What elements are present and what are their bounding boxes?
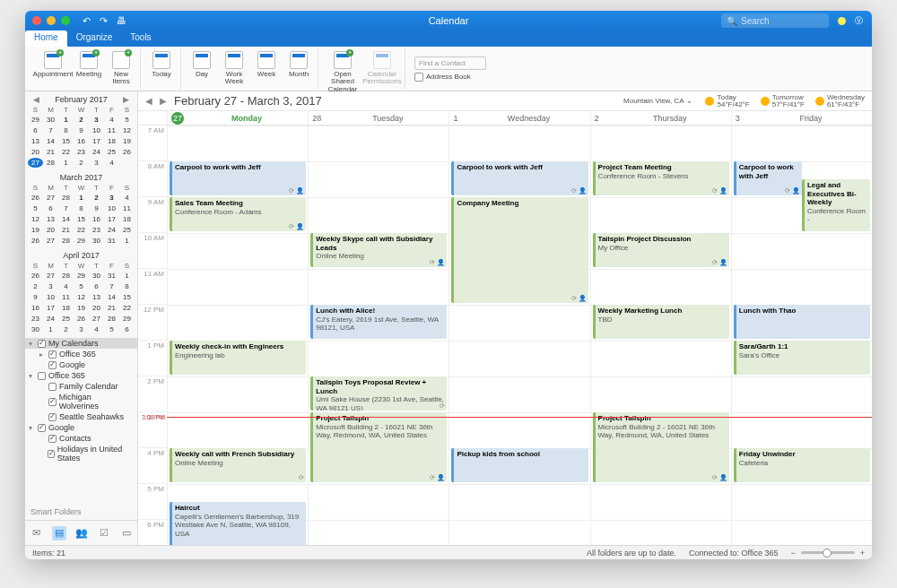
- tab-organize[interactable]: Organize: [67, 30, 122, 47]
- week-view-button[interactable]: Week: [251, 48, 282, 79]
- calendar-event[interactable]: Carpool to work with Jeff⟳👤: [734, 161, 802, 195]
- day-column[interactable]: Weekly Skype call with Subsidiary LeadsO…: [308, 125, 448, 545]
- next-month-button[interactable]: ▶: [121, 95, 131, 104]
- calendar-event[interactable]: Project TailspinMicrosoft Building 2 - 1…: [593, 412, 729, 482]
- appointment-button[interactable]: +Appointment: [34, 48, 72, 79]
- mail-view-icon[interactable]: ✉: [30, 526, 44, 540]
- day-header[interactable]: 1Wednesday: [448, 111, 589, 125]
- checkbox[interactable]: [48, 435, 57, 443]
- connection-status-label: Connected to: Office 365: [689, 549, 778, 558]
- notes-view-icon[interactable]: ▭: [119, 526, 134, 540]
- calendar-event[interactable]: Friday UnwinderCafeteria: [734, 448, 870, 482]
- calendar-view-icon[interactable]: ▤: [52, 526, 66, 540]
- notification-indicator[interactable]: [838, 17, 846, 25]
- tasks-view-icon[interactable]: ☑: [97, 526, 111, 540]
- checkbox[interactable]: [38, 372, 46, 380]
- mini-calendar[interactable]: ◀February 2017▶SMTWTFS293012345678910111…: [25, 91, 137, 169]
- day-view-button[interactable]: Day: [187, 48, 217, 79]
- day-column[interactable]: Carpool to work with Jeff⟳👤Company Meeti…: [448, 125, 589, 545]
- checkbox[interactable]: [48, 383, 57, 391]
- find-contact-input[interactable]: Find a Contact: [414, 56, 486, 70]
- checkbox[interactable]: [48, 450, 55, 458]
- day-column[interactable]: Carpool to work with Jeff⟳👤Sales Team Me…: [167, 125, 308, 545]
- search-input[interactable]: 🔍 Search: [721, 13, 829, 28]
- prev-month-button[interactable]: ◀: [31, 95, 41, 104]
- calendar-event[interactable]: Carpool to work with Jeff⟳👤: [170, 161, 306, 195]
- calendar-tree-item[interactable]: Contacts: [25, 433, 137, 444]
- calendar-event[interactable]: Sales Team MeetingConference Room - Adam…: [170, 197, 306, 231]
- calendar-event[interactable]: Weekly Marketing LunchTBD: [593, 305, 729, 339]
- checkbox[interactable]: [38, 424, 46, 432]
- calendar-tree-item[interactable]: ▾Google: [25, 422, 137, 433]
- event-badge-icon: 👤: [579, 187, 587, 195]
- calendar-tree-item[interactable]: ▾My Calendars: [25, 338, 137, 349]
- day-header[interactable]: 27Monday: [167, 111, 308, 125]
- people-view-icon[interactable]: 👥: [74, 526, 89, 540]
- calendar-event[interactable]: Tailspin Project DiscussionMy Office⟳👤: [593, 233, 729, 267]
- month-view-button[interactable]: Month: [283, 48, 314, 79]
- chevron-down-icon[interactable]: ⓥ: [855, 15, 863, 27]
- calendar-event[interactable]: Weekly call with French SubsidiaryOnline…: [170, 448, 306, 482]
- calendar-event[interactable]: Carpool to work with Jeff⟳👤: [451, 161, 588, 195]
- checkbox[interactable]: [48, 413, 57, 421]
- day-header[interactable]: 28Tuesday: [308, 111, 448, 125]
- address-book-button[interactable]: Address Book: [414, 73, 486, 82]
- day-column[interactable]: Project Team MeetingConference Room - St…: [590, 125, 731, 545]
- tab-home[interactable]: Home: [25, 30, 67, 47]
- open-shared-calendar-button[interactable]: +Open Shared Calendar: [324, 48, 361, 94]
- minimize-button[interactable]: [47, 16, 56, 25]
- calendar-event[interactable]: HaircutCapelli's Gentlemen's Barbershop,…: [170, 502, 306, 545]
- tree-item-label: Family Calendar: [59, 382, 118, 391]
- meeting-button[interactable]: +Meeting: [74, 48, 104, 79]
- calendar-tree-item[interactable]: ▾Office 365: [25, 370, 137, 381]
- mini-calendar[interactable]: April 2017SMTWTFS26272829303112345678910…: [25, 247, 137, 336]
- checkbox[interactable]: [38, 340, 46, 348]
- calendar-event[interactable]: Pickup kids from school: [451, 448, 588, 482]
- calendar-event[interactable]: Company Meeting⟳👤: [451, 197, 588, 303]
- zoom-out-button[interactable]: −: [790, 549, 795, 558]
- checkbox[interactable]: [48, 398, 57, 406]
- work-week-view-button[interactable]: Work Week: [219, 48, 249, 87]
- calendar-tree-item[interactable]: Seattle Seahawks: [25, 411, 137, 422]
- undo-icon[interactable]: ↶: [83, 15, 91, 27]
- mini-calendar[interactable]: March 2017SMTWTFS26272812345678910111213…: [25, 169, 137, 247]
- disclosure-triangle-icon[interactable]: ▸: [39, 350, 46, 359]
- tab-tools[interactable]: Tools: [121, 30, 160, 47]
- redo-icon[interactable]: ↷: [100, 15, 108, 27]
- disclosure-triangle-icon[interactable]: ▾: [29, 372, 35, 380]
- weather-day: Today54°F/42°F: [705, 94, 749, 108]
- calendar-event[interactable]: Legal and Executives Bi-WeeklyConference…: [802, 179, 870, 231]
- calendar-tree-item[interactable]: Google: [25, 359, 137, 370]
- calendar-event[interactable]: Weekly check-in with EngineersEngineerin…: [170, 341, 306, 375]
- calendar-event[interactable]: Project Team MeetingConference Room - St…: [593, 161, 729, 195]
- day-column[interactable]: Carpool to work with Jeff⟳👤Legal and Exe…: [731, 125, 872, 545]
- day-header[interactable]: 3Friday: [731, 111, 872, 125]
- location-selector[interactable]: Mountain View, CA⌄: [623, 97, 692, 105]
- print-icon[interactable]: 🖶: [117, 15, 126, 27]
- calendar-tree-item[interactable]: Holidays in United States: [25, 444, 137, 463]
- calendar-tree-item[interactable]: Family Calendar: [25, 381, 137, 392]
- calendar-event[interactable]: Sara/Garth 1:1Sara's Office: [734, 341, 870, 375]
- calendar-event[interactable]: Tailspin Toys Proposal Review + LunchUmi…: [310, 376, 447, 411]
- calendar-event[interactable]: Lunch with Alice!CJ's Eatery, 2619 1st A…: [310, 305, 447, 339]
- day-header[interactable]: 2Thursday: [590, 111, 731, 125]
- today-button[interactable]: Today: [146, 48, 177, 79]
- next-week-button[interactable]: ▶: [160, 96, 167, 106]
- new-items-button[interactable]: +New Items: [106, 48, 136, 87]
- calendar-event[interactable]: Weekly Skype call with Subsidiary LeadsO…: [310, 233, 447, 267]
- zoom-control[interactable]: − +: [790, 549, 865, 558]
- calendar-event[interactable]: Lunch with Thao: [734, 305, 870, 339]
- calendar-event[interactable]: Project TailspinMicrosoft Building 2 - 1…: [310, 412, 447, 482]
- prev-week-button[interactable]: ◀: [145, 96, 152, 106]
- disclosure-triangle-icon[interactable]: ▾: [29, 424, 35, 432]
- disclosure-triangle-icon[interactable]: ▾: [29, 340, 35, 348]
- checkbox[interactable]: [48, 361, 57, 369]
- zoom-slider[interactable]: [801, 551, 855, 554]
- close-button[interactable]: [32, 16, 41, 25]
- smart-folders-label[interactable]: Smart Folders: [25, 504, 137, 520]
- calendar-tree-item[interactable]: Michigan Wolverines: [25, 392, 137, 411]
- maximize-button[interactable]: [61, 16, 70, 25]
- zoom-in-button[interactable]: +: [860, 549, 865, 558]
- checkbox[interactable]: [48, 350, 57, 359]
- calendar-tree-item[interactable]: ▸Office 365: [25, 349, 137, 359]
